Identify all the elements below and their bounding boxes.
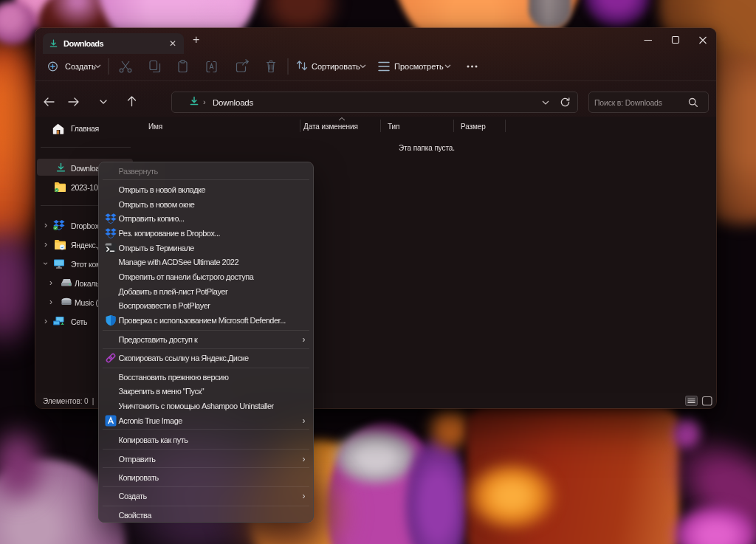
svg-text:Создать: Создать — [65, 62, 96, 71]
svg-text:Просмотреть: Просмотреть — [394, 62, 444, 71]
svg-text:Сортировать: Сортировать — [312, 62, 360, 71]
